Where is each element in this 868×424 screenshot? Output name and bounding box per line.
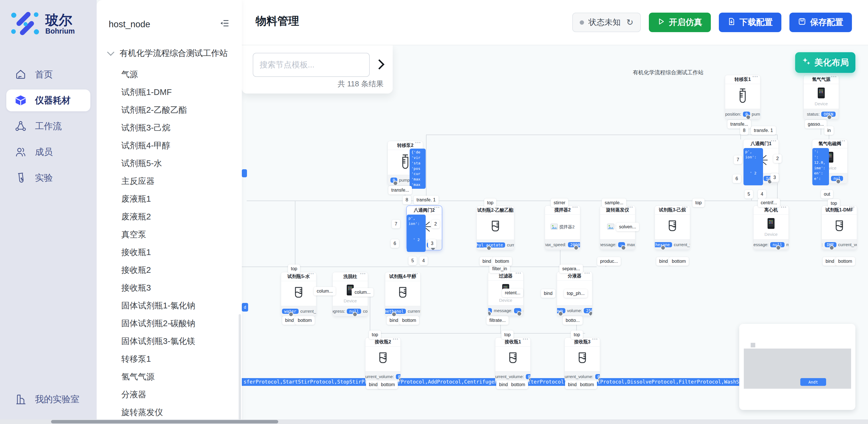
port-label: 2 xyxy=(773,154,782,163)
node-menu-icon[interactable]: ••• xyxy=(360,272,366,276)
tree-scrollbar[interactable] xyxy=(239,314,241,421)
tree-item[interactable]: 试剂瓶2-乙酸乙酯 xyxy=(97,101,242,119)
param-label: current_vol xyxy=(838,242,857,247)
tree-item[interactable]: 氢气气源 xyxy=(97,368,242,386)
tree-item[interactable]: 废液瓶1 xyxy=(97,190,242,208)
sidebar-item[interactable]: 仪器耗材 xyxy=(6,90,90,111)
tree-item[interactable]: 固体试剂瓶2-碳酸钠 xyxy=(97,314,242,332)
graph-node[interactable]: 试剂瓶4-甲醇•••methanolcurrent_ xyxy=(385,272,420,316)
sidebar-item[interactable]: 成员 xyxy=(6,141,90,163)
tree-item[interactable]: 试剂瓶3-己烷 xyxy=(97,119,242,137)
graph-node[interactable]: 氢气电磁阀•••Devicestatus:nul': ': 12.0, ime'… xyxy=(812,140,847,183)
brand[interactable]: 玻尔 Bohrium xyxy=(0,0,97,51)
tree-item[interactable]: 固体试剂瓶1-氯化钠 xyxy=(97,297,242,314)
param-tooltip-overlay: ': ': 12.0, ime': en': e': xyxy=(812,148,829,185)
syringe-icon xyxy=(736,88,749,105)
port-label: bottom xyxy=(492,257,512,266)
graph-node[interactable]: 转移泵1•••position:0pum xyxy=(725,75,760,119)
tree-item[interactable]: 转移泵1 xyxy=(97,350,242,368)
sidebar-item[interactable]: 工作流 xyxy=(6,115,90,137)
node-menu-icon[interactable]: ••• xyxy=(849,206,855,209)
node-menu-icon[interactable]: ••• xyxy=(584,272,590,275)
param-value-chip: methanol xyxy=(385,309,406,314)
search-expand-icon[interactable] xyxy=(374,59,384,69)
tree-item[interactable]: 真空泵 xyxy=(97,225,242,243)
tree-item[interactable]: 旋转蒸发仪 xyxy=(97,403,242,421)
node-menu-icon[interactable]: ••• xyxy=(752,75,758,79)
download-config-button[interactable]: 下载配置 xyxy=(719,12,781,32)
tree-item[interactable]: 接收瓶1 xyxy=(97,243,242,261)
node-menu-icon[interactable]: ••• xyxy=(771,140,777,143)
graph-node[interactable]: 试剂瓶3-己烷•••hexanecurrent_v xyxy=(655,206,690,250)
refresh-icon[interactable]: ↻ xyxy=(626,18,633,27)
tree-item[interactable]: 固体试剂瓶3-氯化镁 xyxy=(97,332,242,350)
graph-node[interactable]: 试剂瓶5-水•••:watercurrent_v xyxy=(281,272,316,316)
tree-item[interactable]: 废液瓶2 xyxy=(97,208,242,225)
node-menu-icon[interactable]: ••• xyxy=(412,272,418,276)
graph-node[interactable]: 接收瓶2•••current_volume:0 xyxy=(366,338,400,382)
port-label: botto... xyxy=(563,316,583,325)
graph-node[interactable]: 试剂瓶2-乙酸乙酯•••hyl_acetatecurre xyxy=(477,206,514,250)
node-title: 试剂瓶3-己烷 xyxy=(659,207,686,213)
node-menu-icon[interactable]: ••• xyxy=(516,272,522,275)
search-input[interactable] xyxy=(253,53,370,77)
tree-item[interactable]: 试剂瓶5-水 xyxy=(97,154,242,172)
graph-node[interactable]: 接收瓶1•••current_volume:0 xyxy=(495,338,530,382)
status-badge[interactable]: 状态未知 ↻ xyxy=(572,12,641,32)
param-value-chip: OPEN xyxy=(821,112,836,117)
graph-node[interactable]: 试剂瓶1-DMF•••e:DMFcurrent_vol xyxy=(822,206,857,250)
beautify-layout-button[interactable]: 美化布局 xyxy=(795,52,856,73)
node-menu-icon[interactable]: ••• xyxy=(781,206,787,209)
node-menu-icon[interactable]: ••• xyxy=(627,206,633,209)
node-footer: message:–max_ xyxy=(600,239,635,250)
brand-title: 玻尔 xyxy=(45,13,75,27)
node-menu-icon[interactable]: ••• xyxy=(523,338,529,341)
save-config-button[interactable]: 保存配置 xyxy=(789,12,852,32)
graph-node[interactable]: 氢气气源•••Devicestatus:OPEN xyxy=(804,75,839,119)
tree-item[interactable]: 试剂瓶4-甲醇 xyxy=(97,137,242,154)
node-menu-icon[interactable]: ••• xyxy=(831,75,837,79)
param-value-chip: hyl_acetate xyxy=(477,242,505,248)
node-menu-icon[interactable]: ••• xyxy=(308,272,314,276)
node-menu-icon[interactable]: ••• xyxy=(506,206,512,210)
node-menu-icon[interactable]: ••• xyxy=(592,338,598,341)
tree-item[interactable]: 接收瓶2 xyxy=(97,261,242,279)
sidebar-item[interactable]: 实验 xyxy=(6,167,90,189)
graph-node[interactable]: 接收瓶3•••current_volume:0 xyxy=(565,338,600,382)
save-icon xyxy=(798,18,806,28)
horizontal-scrollbar-thumb[interactable] xyxy=(51,420,278,423)
port-label: bottom xyxy=(399,316,419,325)
sidebar-item-my-lab[interactable]: 我的实验室 xyxy=(6,388,90,410)
tree-item[interactable]: 试剂瓶1-DMF xyxy=(97,83,242,101)
node-menu-icon[interactable]: ••• xyxy=(393,338,399,341)
tree-root-item[interactable]: 有机化学流程综合测试工作站 xyxy=(97,39,242,65)
graph-node[interactable]: 转移泵2•••0pump_info:{'de 'vir 'sta 'pos 'c… xyxy=(388,141,423,185)
tree-item[interactable]: 分液器 xyxy=(97,386,242,403)
param-label: current_volume: xyxy=(366,374,394,379)
start-simulation-button[interactable]: 开启仿真 xyxy=(649,12,711,32)
tree-item[interactable]: 主反应器 xyxy=(97,172,242,190)
clipped-chip-fragment: d xyxy=(242,303,248,311)
node-footer: status:OPEN xyxy=(804,109,839,119)
sidebar-item-label: 成员 xyxy=(35,146,53,158)
port-label: 5 xyxy=(408,256,417,265)
minimap[interactable] xyxy=(739,324,856,410)
node-menu-icon[interactable]: ••• xyxy=(415,141,421,145)
graph-node[interactable]: 搅拌器2•••搅拌器2max_speed:2000 xyxy=(545,206,580,250)
node-menu-icon[interactable]: ••• xyxy=(682,206,688,209)
minimap-viewport[interactable] xyxy=(744,349,851,389)
node-menu-icon[interactable]: ••• xyxy=(572,206,578,209)
port-label: transfe... xyxy=(389,186,412,194)
graph-node[interactable]: 离心机•••Devicemessage:nullma xyxy=(753,206,788,250)
collapse-panel-icon[interactable] xyxy=(220,18,230,30)
node-menu-icon[interactable]: ••• xyxy=(434,206,440,210)
node-title: 离心机 xyxy=(764,207,778,213)
sidebar-item-label: 实验 xyxy=(35,172,53,184)
node-footer: position:0pum xyxy=(725,109,760,119)
node-menu-icon[interactable]: ••• xyxy=(840,140,846,143)
sidebar-item[interactable]: 首页 xyxy=(6,64,90,86)
tree-item[interactable]: 接收瓶3 xyxy=(97,279,242,297)
node-footer: current_volume:0 xyxy=(495,371,530,382)
sidebar-item-label: 我的实验室 xyxy=(35,393,80,405)
tree-item[interactable]: 气源 xyxy=(97,65,242,83)
